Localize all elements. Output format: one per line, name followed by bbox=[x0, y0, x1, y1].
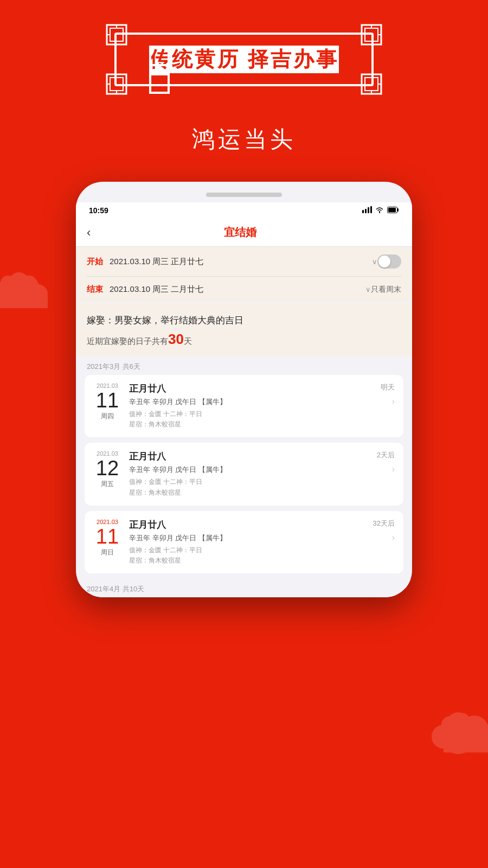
filter-start-row[interactable]: 开始 2021.03.10 周三 正月廿七 ∨ bbox=[87, 247, 401, 277]
top-banner: 传统黄历 择吉办事 bbox=[0, 0, 488, 103]
filter-end-label: 结束 bbox=[87, 284, 103, 295]
info-title: 嫁娶：男娶女嫁，举行结婚大典的吉日 bbox=[87, 314, 401, 327]
filter-start-value: 2021.03.10 周三 正月廿七 bbox=[110, 257, 370, 267]
back-button[interactable]: ‹ bbox=[87, 226, 91, 240]
filter-section: 开始 2021.03.10 周三 正月廿七 ∨ 结束 2021.03.10 周三… bbox=[76, 247, 412, 302]
date-lunar-2: 正月廿八 bbox=[129, 450, 369, 463]
date-lunar-1: 正月廿八 bbox=[129, 382, 373, 395]
date-year-month-3: 2021.03 bbox=[97, 519, 118, 525]
date-ganzhi-3: 辛丑年 辛卯月 戊午日 【属牛】 bbox=[129, 533, 365, 543]
month-header-2: 2021年4月 共10天 bbox=[76, 579, 412, 597]
chevron-down-icon: ∨ bbox=[372, 258, 377, 266]
app-subtitle: 鸿运当头 bbox=[0, 124, 488, 155]
svg-point-7 bbox=[12, 273, 25, 286]
banner-text: 传统黄历 择吉办事 bbox=[149, 46, 339, 73]
date-weekday-1: 周四 bbox=[101, 412, 114, 421]
date-details-1: 值神：金匮 十二神：平日星宿：角木蛟宿星 bbox=[129, 409, 373, 430]
status-bar: 10:59 bbox=[76, 202, 412, 219]
date-right-2: 2天后 › bbox=[377, 450, 395, 474]
date-lunar-3: 正月廿八 bbox=[129, 519, 365, 531]
date-ganzhi-2: 辛丑年 辛卯月 戊午日 【属牛】 bbox=[129, 465, 369, 475]
toggle-knob bbox=[378, 256, 390, 267]
svg-point-17 bbox=[465, 716, 480, 731]
date-left-2: 2021.03 12 周五 bbox=[93, 450, 121, 489]
svg-rect-5 bbox=[0, 293, 48, 308]
svg-point-8 bbox=[23, 276, 36, 289]
filter-end-value: 2021.03.10 周三 二月廿七 bbox=[110, 284, 363, 295]
date-tag-2: 2天后 bbox=[377, 450, 395, 460]
date-ganzhi-1: 辛丑年 辛卯月 戊午日 【属牛】 bbox=[129, 397, 373, 407]
date-tag-1: 明天 bbox=[381, 382, 395, 392]
date-day-3: 11 bbox=[96, 526, 119, 547]
phone-notch bbox=[206, 193, 282, 197]
date-content-2: 正月廿八 辛丑年 辛卯月 戊午日 【属牛】 值神：金匮 十二神：平日星宿：角木蛟… bbox=[129, 450, 369, 497]
date-card-2[interactable]: 2021.03 12 周五 正月廿八 辛丑年 辛卯月 戊午日 【属牛】 值神：金… bbox=[85, 443, 403, 505]
phone-wrapper: 10:59 bbox=[0, 182, 488, 597]
date-left-1: 2021.03 11 周四 bbox=[93, 382, 121, 421]
svg-rect-35 bbox=[365, 209, 367, 213]
info-section: 嫁娶：男娶女嫁，举行结婚大典的吉日 近期宜嫁娶的日子共有30天 bbox=[76, 303, 412, 356]
cloud-left-decoration bbox=[0, 260, 54, 315]
date-details-2: 值神：金匮 十二神：平日星宿：角木蛟宿星 bbox=[129, 477, 369, 497]
filter-end-row[interactable]: 结束 2021.03.10 周三 二月廿七 ∨ 只看周末 bbox=[87, 277, 401, 302]
banner-frame: 传统黄历 择吉办事 bbox=[114, 33, 374, 86]
filter-start-label: 开始 bbox=[87, 257, 103, 267]
count-prefix: 近期宜嫁娶的日子共有 bbox=[87, 336, 168, 346]
count-suffix: 天 bbox=[184, 336, 192, 346]
battery-icon bbox=[387, 207, 399, 215]
svg-rect-14 bbox=[444, 735, 488, 752]
chevron-right-icon-2: › bbox=[392, 464, 395, 474]
signal-icon bbox=[362, 206, 372, 215]
date-tag-3: 32天后 bbox=[373, 519, 395, 528]
date-content-3: 正月廿八 辛丑年 辛卯月 戊午日 【属牛】 值神：金匮 十二神：平日星宿：角木蛟… bbox=[129, 519, 365, 566]
date-day-1: 11 bbox=[96, 390, 119, 411]
date-year-month-1: 2021.03 bbox=[97, 382, 118, 389]
wifi-icon bbox=[375, 206, 384, 215]
weekend-label: 只看周末 bbox=[371, 285, 401, 295]
corner-ornament-tr bbox=[359, 23, 383, 47]
month-header-1: 2021年3月 共6天 bbox=[76, 356, 412, 375]
date-content-1: 正月廿八 辛丑年 辛卯月 戊午日 【属牛】 值神：金匮 十二神：平日星宿：角木蛟… bbox=[129, 382, 373, 430]
info-count: 近期宜嫁娶的日子共有30天 bbox=[87, 331, 401, 348]
count-number: 30 bbox=[168, 331, 184, 347]
svg-rect-31 bbox=[365, 78, 378, 91]
phone-mockup: 10:59 bbox=[76, 182, 412, 597]
svg-rect-37 bbox=[370, 206, 372, 213]
svg-rect-19 bbox=[110, 28, 123, 41]
corner-ornament-bl bbox=[105, 72, 129, 96]
svg-rect-34 bbox=[362, 210, 364, 213]
date-left-3: 2021.03 11 周日 bbox=[93, 519, 121, 557]
status-time: 10:59 bbox=[89, 206, 108, 215]
date-card-1[interactable]: 2021.03 11 周四 正月廿八 辛丑年 辛卯月 戊午日 【属牛】 值神：金… bbox=[85, 375, 403, 437]
svg-rect-23 bbox=[365, 28, 378, 41]
date-card-3[interactable]: 2021.03 11 周日 正月廿八 辛丑年 辛卯月 戊午日 【属牛】 值神：金… bbox=[85, 511, 403, 573]
date-weekday-2: 周五 bbox=[101, 480, 114, 489]
nav-bar: ‹ 宜结婚 bbox=[76, 219, 412, 247]
cloud-right-decoration bbox=[423, 700, 488, 760]
svg-rect-39 bbox=[388, 208, 396, 212]
corner-ornament-br bbox=[359, 72, 383, 96]
chevron-down-icon-2: ∨ bbox=[365, 285, 371, 293]
svg-rect-36 bbox=[368, 207, 369, 213]
chevron-right-icon-3: › bbox=[392, 533, 395, 542]
date-right-1: 明天 › bbox=[381, 382, 395, 406]
date-year-month-2: 2021.03 bbox=[97, 450, 118, 457]
nav-title: 宜结婚 bbox=[96, 225, 384, 240]
corner-ornament-tl bbox=[105, 23, 129, 47]
status-icons bbox=[362, 206, 399, 215]
date-details-3: 值神：金匮 十二神：平日星宿：角木蛟宿星 bbox=[129, 545, 365, 566]
chevron-right-icon-1: › bbox=[392, 397, 395, 406]
date-day-2: 12 bbox=[96, 458, 119, 478]
date-weekday-3: 周日 bbox=[101, 548, 114, 557]
filter-toggle-area[interactable] bbox=[377, 254, 401, 269]
date-right-3: 32天后 › bbox=[373, 519, 395, 542]
svg-rect-27 bbox=[110, 78, 123, 91]
weekend-toggle[interactable] bbox=[377, 254, 401, 269]
